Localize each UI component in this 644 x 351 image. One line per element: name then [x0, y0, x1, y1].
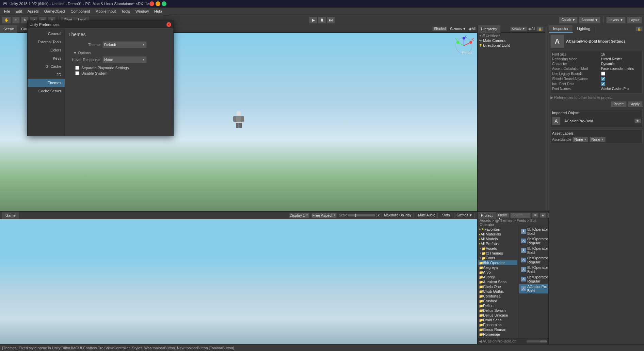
theme-dropdown[interactable]: Default ▼ [102, 41, 147, 48]
tree-chub-gothic[interactable]: 📁 Chub Gothic [478, 289, 517, 294]
menu-help[interactable]: Help [151, 9, 165, 14]
tab-scene[interactable]: Scene [0, 25, 18, 33]
scale-bar[interactable] [348, 214, 375, 216]
asset-item-8bitoperatorplus-regular[interactable]: A 8bitOperatorPlus-Regular [519, 236, 548, 246]
minimize-button[interactable] [156, 1, 160, 6]
hierarchy-scene-root[interactable]: ▼ 🎬 Untitled* [478, 33, 544, 38]
menu-component[interactable]: Component [68, 9, 93, 14]
asset-item-8bitoperatorplussc-bold[interactable]: A 8bitOperatorPlusSC-Bold [519, 265, 548, 274]
project-star-button[interactable]: ★ [540, 213, 546, 218]
nav-keys[interactable]: Keys [28, 54, 65, 62]
nav-themes[interactable]: Themes [28, 79, 65, 87]
aspect-select[interactable]: Free Aspect ▼ [311, 213, 337, 218]
menu-file[interactable]: File [1, 9, 13, 14]
tree-all-prefabs[interactable]: ● All Prefabs [478, 241, 517, 246]
project-search-input[interactable] [510, 213, 531, 218]
tree-homenaje[interactable]: 📁 Homenaje [478, 332, 517, 337]
maximize-button[interactable] [162, 1, 166, 6]
asset-item-acaslonpro-bold[interactable]: A ACaslonPro-Bold [519, 284, 548, 293]
play-button[interactable]: ▶ [309, 17, 317, 24]
tree-crushed[interactable]: 📁 Crushed [478, 299, 517, 303]
menu-mobile-input[interactable]: Mobile Input [93, 9, 118, 14]
pause-button[interactable]: ⏸ [318, 17, 326, 24]
tree-assets[interactable]: ▼ 📁 Assets [478, 246, 517, 251]
shaded-label[interactable]: Shaded [432, 27, 447, 31]
menu-window[interactable]: Window [133, 9, 151, 14]
move-tool[interactable]: ✛ [12, 17, 20, 24]
incl-font-data-checkbox[interactable] [601, 82, 605, 86]
stats-button[interactable]: Stats [440, 213, 452, 218]
inspector-lock-button[interactable]: 🔒 [635, 27, 643, 31]
nav-gi-cache[interactable]: GI Cache [28, 62, 65, 71]
maximize-on-play-button[interactable]: Maximize On Play [382, 213, 414, 218]
tree-themes[interactable]: ▼ 📁 @Themes [478, 251, 517, 256]
asset-item-8bitoperatorplus8-bold[interactable]: A 8bitOperatorPlus8-Bold [519, 246, 548, 255]
all-label-scene[interactable]: ◉All [469, 27, 476, 31]
separate-playmode-checkbox[interactable] [75, 66, 79, 70]
nav-external-tools[interactable]: External Tools [28, 38, 65, 46]
tree-greco-roman[interactable]: 📁 Greco Roman [478, 327, 517, 332]
tab-hierarchy[interactable]: Hierarchy [478, 25, 501, 33]
dialog-close-button[interactable]: ✕ [166, 22, 171, 27]
menu-gameobject[interactable]: GameObject [42, 9, 68, 14]
hover-response-dropdown[interactable]: None ▼ [102, 56, 147, 63]
nav-general[interactable]: General [28, 30, 65, 38]
hierarchy-lock-button[interactable]: 🔒 [536, 27, 544, 31]
menu-edit[interactable]: Edit [13, 9, 25, 14]
nav-colors[interactable]: Colors [28, 46, 65, 54]
collab-button[interactable]: Collab ▼ [559, 17, 578, 24]
apply-button[interactable]: Apply [628, 101, 643, 107]
asset-item-8bitoperatorplussc-regular[interactable]: A 8bitOperatorPlusSC-Regular [519, 274, 548, 284]
close-button[interactable] [149, 1, 154, 6]
project-create-button[interactable]: Create ▼ [496, 213, 509, 218]
project-eye-button[interactable]: 👁 [532, 213, 538, 218]
asset-bundle-variant-select[interactable]: None ▼ [590, 137, 605, 142]
nav-2d[interactable]: 2D [28, 71, 65, 79]
layers-button[interactable]: Layers ▼ [606, 17, 626, 24]
nav-cache-server[interactable]: Cache Server [28, 87, 65, 95]
tree-aurulent-sans[interactable]: 📁 Aurulent Sans [478, 279, 517, 284]
asset-item-8bitoperatorplus8-regular[interactable]: A 8bitOperatorPlus8-Regular [519, 255, 548, 265]
references-section[interactable]: ▶ References to other fonts in project [550, 95, 643, 100]
tree-aubrey[interactable]: 📁 Aubrey [478, 275, 517, 279]
gizmos-label[interactable]: Gizmos ▼ [449, 27, 467, 31]
hierarchy-create-button[interactable]: Create ▼ [510, 27, 527, 31]
asset-bundle-select[interactable]: None ▼ [573, 137, 588, 142]
revert-button[interactable]: Revert [611, 101, 627, 107]
use-legacy-bounds-checkbox[interactable] [601, 72, 605, 76]
tree-comfortaa[interactable]: 📁 Comfortaa [478, 294, 517, 299]
tree-all-models[interactable]: ● All Models [478, 236, 517, 241]
tree-fonts[interactable]: ▼ 📁 Fonts [478, 256, 517, 260]
imported-eye-button[interactable]: 👁 [634, 119, 641, 123]
tree-all-materials[interactable]: ● All Materials [478, 232, 517, 236]
tree-arvo[interactable]: 📁 Arvo [478, 270, 517, 275]
tab-lighting[interactable]: Lighting [573, 25, 595, 33]
tab-game[interactable]: Game [2, 212, 19, 219]
layout-button[interactable]: Layout [627, 17, 642, 24]
mute-audio-button[interactable]: Mute Audio [416, 213, 438, 218]
tree-8bit-operator[interactable]: 📁 8bit Operator [478, 260, 517, 265]
hand-tool[interactable]: ✋ [2, 17, 11, 24]
tree-chela-one[interactable]: 📁 Chela One [478, 284, 517, 289]
gizmos-game-button[interactable]: Gizmos ▼ [454, 213, 475, 218]
tree-delius[interactable]: 📁 Delius [478, 303, 517, 308]
step-button[interactable]: ⏭ [327, 17, 335, 24]
tree-alegreya[interactable]: 📁 Alegreya [478, 265, 517, 270]
menu-assets[interactable]: Assets [25, 9, 42, 14]
tab-project[interactable]: Project [478, 212, 496, 219]
tree-favorites[interactable]: ▶ ★ Favorites [478, 227, 517, 232]
tree-droid-sans[interactable]: 📁 Droid Sans [478, 318, 517, 322]
hierarchy-item-main-camera[interactable]: 📷 Main Camera [478, 38, 544, 43]
tab-inspector[interactable]: Inspector [549, 25, 573, 33]
imported-item[interactable]: A ACaslonPro-Bold 👁 [552, 116, 641, 126]
account-button[interactable]: Account ▼ [579, 17, 600, 24]
menu-tools[interactable]: Tools [118, 9, 133, 14]
disable-system-checkbox[interactable] [75, 71, 79, 75]
hierarchy-item-directional-light[interactable]: 💡 Directional Light [478, 43, 544, 48]
asset-item-8bitoperatorplus-bold[interactable]: A 8bitOperatorPlus-Bold [519, 227, 548, 236]
tree-delius-swash[interactable]: 📁 Delius Swash [478, 308, 517, 313]
tree-delius-unicase[interactable]: 📁 Delius Unicase [478, 313, 517, 318]
tree-economica[interactable]: 📁 Economica [478, 322, 517, 327]
display-select[interactable]: Display 1 ▼ [289, 213, 309, 218]
should-round-advance-checkbox[interactable] [601, 77, 605, 81]
